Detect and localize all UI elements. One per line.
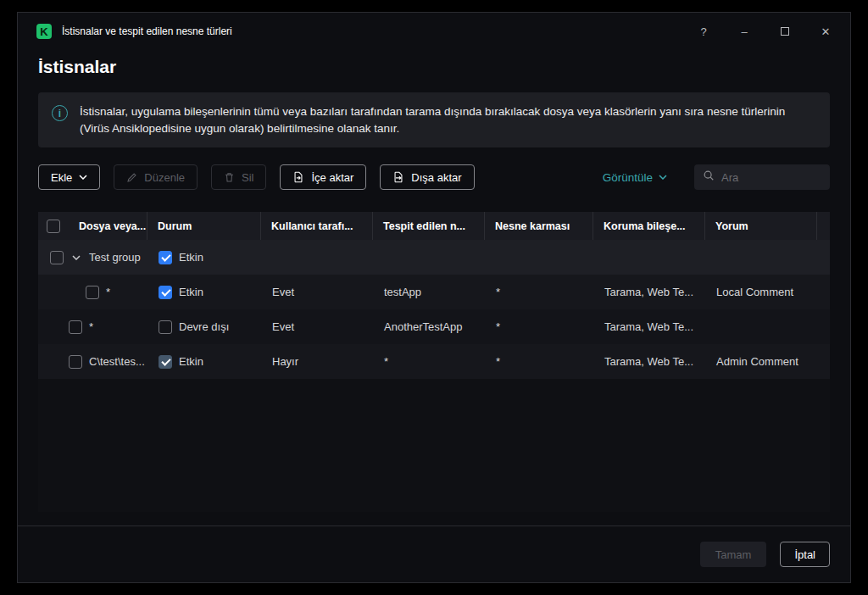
cell-hash: * (484, 320, 593, 333)
row-name: * (106, 286, 110, 298)
table-row[interactable]: * Etkin Evet testApp * Tarama, Web Te...… (38, 275, 830, 309)
delete-button[interactable]: Sil (211, 164, 266, 190)
import-button-label: İçe aktar (311, 171, 353, 184)
maximize-button[interactable] (779, 25, 791, 37)
status-label: Devre dışı (179, 320, 229, 333)
row-select-checkbox[interactable] (69, 320, 82, 334)
row-select-checkbox[interactable] (86, 286, 99, 299)
cell-hash: * (484, 286, 593, 298)
cell-detected: AnotherTestApp (372, 320, 484, 333)
export-button[interactable]: Dışa aktar (380, 164, 474, 190)
row-name: * (89, 320, 93, 333)
edit-button[interactable]: Düzenle (114, 164, 198, 190)
ok-button[interactable]: Tamam (700, 542, 767, 567)
search-box (694, 164, 830, 190)
trash-icon (224, 172, 235, 183)
exclusions-table: Dosya veya... Durum Kullanıcı tarafı... … (38, 212, 830, 512)
group-name: Test group (89, 251, 141, 264)
cell-comment: Local Comment (704, 286, 816, 298)
cell-comment: Admin Comment (704, 355, 816, 368)
add-button[interactable]: Ekle (38, 164, 100, 190)
column-header-comment[interactable]: Yorum (704, 212, 816, 240)
column-header-spacer (816, 212, 832, 240)
status-checkbox[interactable] (159, 320, 172, 334)
status-label: Etkin (179, 286, 203, 298)
view-menu-button[interactable]: Görüntüle (603, 171, 667, 184)
footer: Tamam İptal (18, 526, 850, 582)
row-select-checkbox[interactable] (69, 355, 82, 369)
status-checkbox[interactable] (159, 355, 172, 369)
cancel-button[interactable]: İptal (780, 542, 830, 567)
column-header-user[interactable]: Kullanıcı tarafı... (260, 212, 372, 240)
info-banner-text: İstisnalar, uygulama bileşenlerinin tümü… (80, 103, 816, 136)
cell-user: Hayır (260, 355, 372, 368)
delete-button-label: Sil (242, 171, 253, 184)
cell-component: Tarama, Web Te... (593, 320, 704, 333)
import-button[interactable]: İçe aktar (280, 164, 366, 190)
group-expand-chevron-icon[interactable] (72, 255, 81, 260)
page-title: İstisnalar (38, 57, 830, 77)
chevron-down-icon (79, 175, 87, 180)
table-header: Dosya veya... Durum Kullanıcı tarafı... … (38, 212, 830, 240)
column-header-status[interactable]: Durum (147, 212, 260, 240)
cell-hash: * (484, 355, 593, 368)
status-label: Etkin (179, 251, 203, 264)
cell-detected: testApp (372, 286, 484, 298)
toolbar: Ekle Düzenle Sil İçe aktar (38, 164, 830, 190)
view-menu-label: Görüntüle (603, 171, 653, 184)
pencil-icon (126, 172, 137, 183)
cell-user: Evet (260, 320, 372, 333)
info-banner: i İstisnalar, uygulama bileşenlerinin tü… (38, 92, 830, 147)
status-checkbox[interactable] (159, 286, 172, 299)
column-header-component[interactable]: Koruma bileşe... (593, 212, 704, 240)
help-button[interactable]: ? (698, 25, 709, 37)
cell-component: Tarama, Web Te... (593, 286, 704, 298)
close-button[interactable]: ✕ (820, 25, 832, 37)
select-all-checkbox[interactable] (47, 220, 60, 233)
table-row[interactable]: C\test\tes... Etkin Hayır * * Tarama, We… (38, 344, 830, 379)
search-input[interactable] (721, 171, 821, 184)
column-header-detected[interactable]: Tespit edilen n... (372, 212, 484, 240)
column-header-hash[interactable]: Nesne karması (484, 212, 593, 240)
table-row[interactable]: * Devre dışı Evet AnotherTestApp * Taram… (38, 309, 830, 344)
export-icon (392, 171, 404, 183)
cell-user: Evet (260, 286, 372, 298)
kaspersky-logo-icon: K (36, 24, 52, 39)
cell-detected: * (372, 355, 484, 368)
status-label: Etkin (179, 355, 203, 368)
window-title: İstisnalar ve tespit edilen nesne türler… (62, 25, 232, 37)
dialog-window: K İstisnalar ve tespit edilen nesne türl… (17, 12, 851, 583)
edit-button-label: Düzenle (144, 171, 185, 184)
info-icon: i (52, 105, 68, 121)
export-button-label: Dışa aktar (411, 171, 461, 184)
status-checkbox[interactable] (159, 251, 172, 264)
table-group-row[interactable]: Test group Etkin (38, 240, 830, 275)
import-icon (292, 171, 304, 183)
chevron-down-icon (659, 175, 667, 180)
row-select-checkbox[interactable] (50, 251, 64, 264)
search-icon (703, 170, 715, 185)
maximize-icon (781, 27, 789, 36)
titlebar: K İstisnalar ve tespit edilen nesne türl… (18, 13, 850, 50)
add-button-label: Ekle (51, 171, 72, 184)
column-header-name[interactable]: Dosya veya... (69, 212, 147, 240)
cell-component: Tarama, Web Te... (593, 355, 704, 368)
row-name: C\test\tes... (89, 355, 145, 368)
minimize-button[interactable]: – (738, 25, 750, 37)
